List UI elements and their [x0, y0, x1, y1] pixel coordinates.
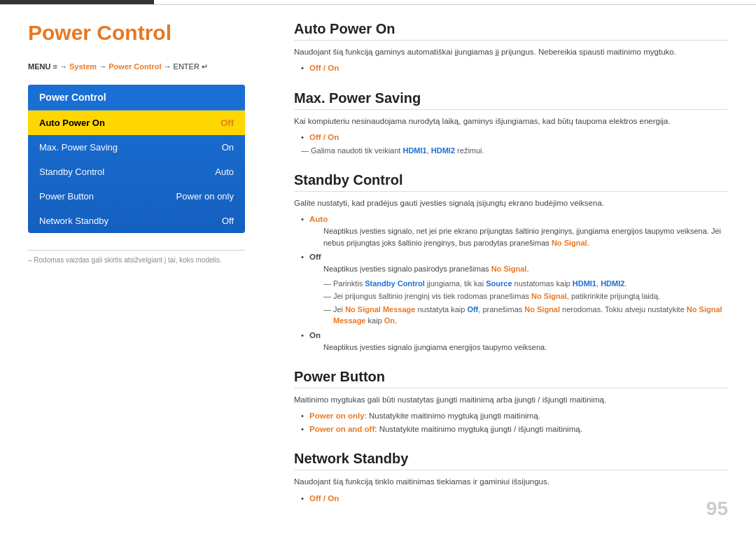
power-on-only-item: Power on only: Nustatykite maitinimo myg… [301, 410, 728, 422]
system-link: System [69, 62, 97, 71]
section-title-auto-power-on: Auto Power On [294, 21, 728, 41]
section-title-max-power-saving: Max. Power Saving [294, 90, 728, 110]
standby-on-desc: Neaptikus įvesties signalo įjungiama ene… [323, 342, 728, 353]
standby-auto-bullet: Auto Neaptikus įvesties signalo, net jei… [301, 213, 728, 248]
menu-item-power-button[interactable]: Power Button Power on only [28, 184, 245, 209]
menu-value-power-button: Power on only [176, 191, 234, 202]
menu-item-network-standby[interactable]: Network Standby Off [28, 209, 245, 233]
menu-path: MENU ≡ → System → Power Control → ENTER … [28, 62, 266, 72]
power-on-off-label: Power on and off [309, 425, 374, 433]
option-off-on: Off / On [309, 133, 339, 141]
page-number: 95 [706, 498, 728, 520]
menu-label-power-button: Power Button [39, 191, 94, 202]
section-title-network-standby: Network Standby [294, 451, 728, 470]
dash-item: Jei prijungus šaltinio įrenginį vis tiek… [323, 290, 728, 302]
section-auto-power-on: Auto Power On Naudojant šią funkciją gam… [294, 21, 728, 75]
power-on-only-label: Power on only [309, 412, 365, 420]
menu-item-standby-control[interactable]: Standby Control Auto [28, 160, 245, 184]
section-power-button: Power Button Maitinimo mygtukas gali būt… [294, 369, 728, 436]
section-standby-control: Standby Control Galite nustatyti, kad pr… [294, 172, 728, 353]
menu-value-auto-power-on: Off [220, 118, 234, 128]
menu-value-standby-control: Auto [215, 167, 234, 177]
max-power-saving-bullets: Off / On [294, 132, 728, 143]
menu-icon: ≡ [52, 62, 57, 71]
bullet-item: Off / On [301, 132, 728, 143]
standby-on-label: On [309, 331, 321, 339]
section-desc-auto-power-on: Naudojant šią funkciją gaminys automatiš… [294, 46, 728, 58]
standby-bullets: Auto Neaptikus įvesties signalo, net jei… [294, 213, 728, 353]
standby-off-label: Off [309, 253, 321, 261]
menu-keyword: MENU [28, 62, 50, 71]
left-panel: Power Control MENU ≡ → System → Power Co… [28, 21, 266, 264]
menu-box-title: Power Control [28, 85, 245, 111]
standby-off-desc: Neaptikus įvesties signalo pasirodys pra… [323, 263, 728, 275]
auto-power-on-bullets: Off / On [294, 62, 728, 74]
section-desc-max-power-saving: Kai kompiuteriu nesinaudojama nurodytą l… [294, 115, 728, 127]
standby-off-bullet: Off Neaptikus įvesties signalo pasirodys… [301, 251, 728, 327]
menu-label-max-power-saving: Max. Power Saving [39, 142, 118, 153]
option-off-on: Off / On [309, 64, 339, 72]
section-title-power-button: Power Button [294, 369, 728, 388]
dash-item: Parinktis Standby Control įjungiama, tik… [323, 278, 728, 290]
menu-item-auto-power-on[interactable]: Auto Power On Off [28, 111, 245, 135]
menu-label-network-standby: Network Standby [39, 216, 108, 226]
bullet-item: Off / On [301, 493, 728, 505]
standby-on-bullet: On Neaptikus įvesties signalo įjungiama … [301, 330, 728, 353]
standby-auto-label: Auto [309, 215, 328, 223]
network-standby-bullets: Off / On [294, 493, 728, 505]
menu-value-max-power-saving: On [222, 142, 234, 153]
top-line [0, 4, 756, 5]
dash-item: Galima naudoti tik veikiant HDMI1, HDMI2… [301, 145, 728, 157]
bullet-item: Off / On [301, 62, 728, 74]
standby-auto-desc: Neaptikus įvesties signalo, net jei prie… [323, 225, 728, 248]
section-max-power-saving: Max. Power Saving Kai kompiuteriu nesina… [294, 90, 728, 157]
menu-value-network-standby: Off [222, 216, 234, 226]
menu-label-standby-control: Standby Control [39, 167, 104, 177]
menu-box: Power Control Auto Power On Off Max. Pow… [28, 85, 245, 233]
dash-item: Jei No Signal Message nustatyta kaip Off… [323, 304, 728, 327]
power-control-link: Power Control [108, 62, 161, 71]
section-network-standby: Network Standby Naudojant šią funkciją t… [294, 451, 728, 505]
section-desc-power-button: Maitinimo mygtukas gali būti nustatytas … [294, 394, 728, 406]
standby-off-dashes: Parinktis Standby Control įjungiama, tik… [316, 278, 728, 327]
menu-item-max-power-saving[interactable]: Max. Power Saving On [28, 135, 245, 160]
page-title: Power Control [28, 21, 266, 45]
power-button-bullets: Power on only: Nustatykite maitinimo myg… [294, 410, 728, 436]
section-desc-standby-control: Galite nustatyti, kad pradėjus gauti įve… [294, 197, 728, 209]
footnote: – Rodomas vaizdas gali skirtis atsižvelg… [28, 250, 245, 264]
section-desc-network-standby: Naudojant šią funkciją tinklo maitinimas… [294, 476, 728, 488]
option-off-on: Off / On [309, 494, 339, 503]
menu-label-auto-power-on: Auto Power On [39, 118, 105, 128]
max-power-saving-dashes: Galima naudoti tik veikiant HDMI1, HDMI2… [294, 145, 728, 157]
power-on-off-item: Power on and off: Nustatykite maitinimo … [301, 423, 728, 435]
section-title-standby-control: Standby Control [294, 172, 728, 192]
right-panel: Auto Power On Naudojant šią funkciją gam… [294, 21, 728, 520]
